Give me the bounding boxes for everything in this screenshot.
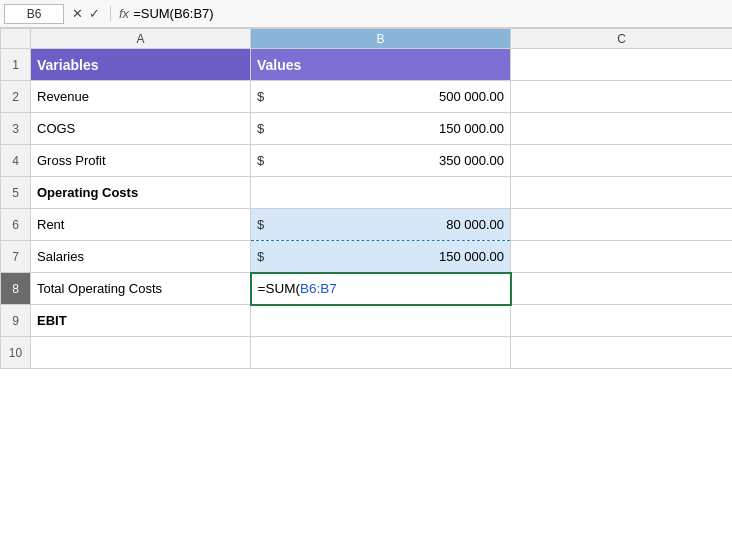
corner-cell [1, 29, 31, 49]
dollar-sign: $ [257, 249, 264, 264]
header-variables[interactable]: Variables [31, 49, 251, 81]
fx-label: fx [110, 6, 129, 21]
dollar-sign: $ [257, 217, 264, 232]
dollar-sign: $ [257, 121, 264, 136]
row-num-8: 8 [1, 273, 31, 305]
cell-a5[interactable]: Operating Costs [31, 177, 251, 209]
currency-display: $ 80 000.00 [257, 217, 504, 232]
cell-c2[interactable] [511, 81, 733, 113]
row-num-6: 6 [1, 209, 31, 241]
currency-display: $ 350 000.00 [257, 153, 504, 168]
row-num-4: 4 [1, 145, 31, 177]
cell-c8[interactable] [511, 273, 733, 305]
cell-a8[interactable]: Total Operating Costs [31, 273, 251, 305]
col-header-c[interactable]: C [511, 29, 733, 49]
formula-bar: B6 ✕ ✓ fx [0, 0, 732, 28]
cell-a4[interactable]: Gross Profit [31, 145, 251, 177]
cell-b5[interactable] [251, 177, 511, 209]
currency-display: $ 150 000.00 [257, 121, 504, 136]
table-row: 6 Rent $ 80 000.00 [1, 209, 733, 241]
cell-b3[interactable]: $ 150 000.00 [251, 113, 511, 145]
row-num-7: 7 [1, 241, 31, 273]
amount-value: 350 000.00 [268, 153, 504, 168]
cell-a6[interactable]: Rent [31, 209, 251, 241]
cell-b7[interactable]: $ 150 000.00 [251, 241, 511, 273]
cell-c10[interactable] [511, 337, 733, 369]
row-num-1: 1 [1, 49, 31, 81]
currency-display: $ 500 000.00 [257, 89, 504, 104]
table-row: 2 Revenue $ 500 000.00 [1, 81, 733, 113]
cell-a2[interactable]: Revenue [31, 81, 251, 113]
row-num-2: 2 [1, 81, 31, 113]
cell-c3[interactable] [511, 113, 733, 145]
cell-c6[interactable] [511, 209, 733, 241]
row-num-10: 10 [1, 337, 31, 369]
row-num-5: 5 [1, 177, 31, 209]
cell-c9[interactable] [511, 305, 733, 337]
cell-a7[interactable]: Salaries [31, 241, 251, 273]
cell-c4[interactable] [511, 145, 733, 177]
spreadsheet-table: A B C 1 Variables Values 2 Revenue [0, 28, 732, 369]
col-header-b[interactable]: B [251, 29, 511, 49]
amount-value: 500 000.00 [268, 89, 504, 104]
cell-b4[interactable]: $ 350 000.00 [251, 145, 511, 177]
cancel-icon[interactable]: ✕ [72, 6, 83, 21]
cell-a10[interactable] [31, 337, 251, 369]
row-num-3: 3 [1, 113, 31, 145]
amount-value: 150 000.00 [268, 249, 504, 264]
table-row: 5 Operating Costs [1, 177, 733, 209]
cell-c7[interactable] [511, 241, 733, 273]
header-values[interactable]: Values [251, 49, 511, 81]
cell-ref-text: B6 [27, 7, 42, 21]
spreadsheet: A B C 1 Variables Values 2 Revenue [0, 28, 732, 537]
cell-b6[interactable]: $ 80 000.00 [251, 209, 511, 241]
table-row: 9 EBIT [1, 305, 733, 337]
amount-value: 150 000.00 [268, 121, 504, 136]
cell-reference-box[interactable]: B6 [4, 4, 64, 24]
dollar-sign: $ [257, 153, 264, 168]
cell-b8-formula[interactable]: =SUM(B6:B7 SUM(number1, [number2], ...) [251, 273, 511, 305]
table-row: 3 COGS $ 150 000.00 [1, 113, 733, 145]
col-header-a[interactable]: A [31, 29, 251, 49]
header-a-label: Variables [37, 57, 99, 73]
cell-b10[interactable] [251, 337, 511, 369]
table-row: 1 Variables Values [1, 49, 733, 81]
formula-input[interactable] [133, 4, 728, 24]
cell-a9[interactable]: EBIT [31, 305, 251, 337]
row-num-9: 9 [1, 305, 31, 337]
table-row: 10 [1, 337, 733, 369]
amount-value: 80 000.00 [268, 217, 504, 232]
cell-b9[interactable] [251, 305, 511, 337]
cell-a3[interactable]: COGS [31, 113, 251, 145]
formula-icons: ✕ ✓ [68, 6, 104, 21]
table-row: 8 Total Operating Costs =SUM(B6:B7 SUM(n… [1, 273, 733, 305]
formula-text: =SUM(B6:B7 [258, 281, 337, 296]
dollar-sign: $ [257, 89, 264, 104]
cell-c5[interactable] [511, 177, 733, 209]
header-b-label: Values [257, 57, 301, 73]
confirm-icon[interactable]: ✓ [89, 6, 100, 21]
column-header-row: A B C [1, 29, 733, 49]
currency-display: $ 150 000.00 [257, 249, 504, 264]
table-row: 4 Gross Profit $ 350 000.00 [1, 145, 733, 177]
cell-c1[interactable] [511, 49, 733, 81]
table-row: 7 Salaries $ 150 000.00 [1, 241, 733, 273]
cell-b2[interactable]: $ 500 000.00 [251, 81, 511, 113]
